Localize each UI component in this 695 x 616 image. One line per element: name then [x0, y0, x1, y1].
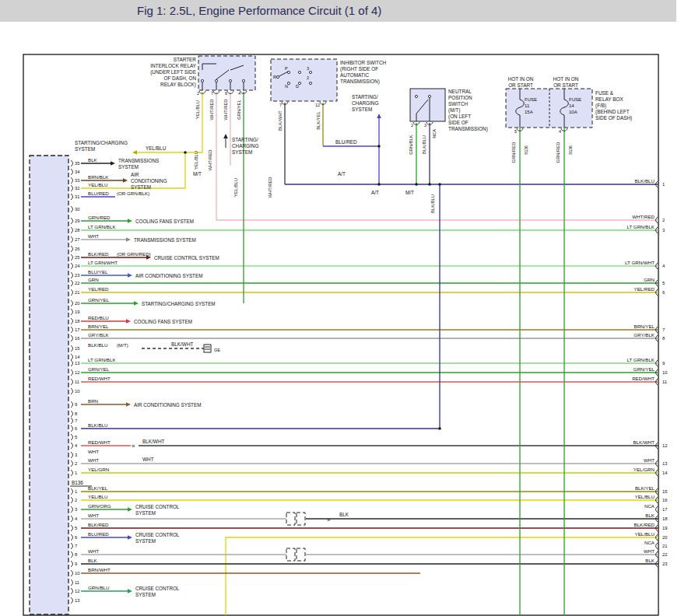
label: SIDE OF DASH): [595, 115, 632, 121]
pin-bracket: [71, 470, 73, 476]
pin-bracket: [71, 525, 73, 531]
wire-color-label: BLK: [88, 558, 98, 563]
label: INHIBITOR SWITCH: [340, 60, 387, 65]
label: TRANSMISSION): [340, 79, 380, 85]
circuit-number: 21: [662, 544, 667, 548]
label: WHT/RED: [223, 99, 228, 120]
label: BLK/WHT: [278, 110, 283, 131]
pin-number: 31: [75, 194, 79, 199]
wire-color-label: NCA: [644, 503, 655, 509]
label: 2: [197, 91, 199, 96]
wire-color-label: WHT: [88, 233, 99, 239]
label: 2: [411, 123, 413, 128]
label: STARTER: [174, 57, 197, 62]
label: STARTING/CHARGING: [75, 140, 128, 145]
label: NEUTRAL: [448, 89, 472, 94]
pin-bracket: [71, 300, 73, 306]
pin-number: 24: [75, 264, 80, 268]
label: HOT IN ON: [553, 76, 579, 82]
circuit-number: 4: [662, 264, 665, 268]
circuit-number: 12: [662, 443, 667, 448]
pin-number: 35: [75, 161, 79, 166]
system-arrow: [111, 161, 115, 166]
label: NCA: [432, 129, 437, 138]
label: 11: [525, 103, 530, 108]
pin-number: 11: [75, 380, 79, 384]
pin-bracket: [71, 354, 73, 360]
label: GE: [214, 348, 220, 352]
pin-bracket: [656, 543, 658, 549]
wire-color-label: BLK/RED: [634, 522, 655, 527]
wire-color-label: YEL/BLU: [88, 494, 107, 499]
label: A/T: [338, 171, 346, 177]
pin-number: 32: [75, 186, 79, 191]
pin-number: 26: [75, 247, 79, 251]
splice-hatch: [205, 347, 210, 349]
circuit-number: 14: [662, 471, 668, 475]
circuit-number: 6: [662, 290, 665, 295]
system-label: SYSTEM: [131, 184, 151, 190]
wire-color-label: LT GRN/BLK: [88, 224, 116, 229]
label: BLK/BLU: [422, 135, 426, 154]
wire-color-label: BLU/RED: [88, 531, 109, 537]
pin-bracket: [71, 497, 73, 503]
pin-number: 13: [75, 361, 79, 366]
label: B136: [568, 145, 573, 155]
circuit-number: 3: [662, 228, 665, 233]
wire-color-label: BRN/BLK: [88, 174, 109, 180]
label: GRN/RED: [556, 142, 560, 163]
label: BLU/RED: [335, 139, 357, 145]
pin-number: 25: [75, 255, 79, 260]
pin-number: 17: [75, 327, 79, 332]
pin-bracket: [71, 327, 73, 333]
wire-color-label: BLK: [645, 513, 655, 518]
pin-number: 27: [75, 237, 79, 242]
label: 12: [315, 103, 320, 107]
pin-bracket: [71, 280, 73, 286]
wire-color-label: LT GRN/WHT: [88, 260, 118, 265]
system-arrow: [126, 402, 131, 407]
inline-connector: [297, 513, 305, 525]
pin-number: 22: [75, 281, 79, 285]
wire-color-label: LT GRN/BLK: [627, 224, 655, 229]
pin-number: 23: [75, 273, 79, 278]
label: FUSE &: [595, 90, 614, 96]
label: SWITCH: [448, 101, 469, 107]
label: POSITION: [448, 95, 472, 100]
circuit-number: 5: [662, 281, 665, 285]
label: M/T: [193, 171, 202, 177]
label: 3: [307, 66, 309, 71]
wire-color-label: GRN/ORG: [88, 503, 111, 509]
pin-bracket: [71, 452, 73, 458]
inline-connector: [286, 513, 295, 525]
label: FUSE: [525, 97, 537, 102]
system-arrow: [223, 134, 228, 138]
label: YEL/BLU: [194, 151, 198, 170]
wire-color-label: YEL/RED: [88, 286, 109, 292]
pin-number: 20: [75, 301, 79, 306]
label: SYSTEM: [352, 107, 372, 112]
wire-color-label: YEL/GRN: [634, 467, 655, 472]
pin-bracket: [71, 160, 73, 166]
pin-bracket: [71, 254, 73, 261]
label: 2: [307, 75, 309, 80]
pin-bracket: [71, 506, 73, 513]
contact-point: [242, 79, 244, 82]
pin-bracket: [71, 543, 73, 549]
wire-color-label: GRY/BLK: [88, 332, 110, 338]
pin-number: 10: [75, 571, 79, 576]
pin-number: 7: [75, 544, 77, 548]
pin-number: 14: [75, 355, 80, 359]
label: (F/B): [595, 103, 606, 109]
label: AUTOMATIC: [340, 72, 369, 78]
circuit-number: 1: [662, 182, 665, 187]
pin-bracket: [71, 401, 73, 408]
label: 4: [238, 91, 240, 96]
pin-bracket: [71, 534, 73, 541]
wire-color-label: GRN/YEL: [88, 297, 110, 303]
inline-connector: [286, 548, 295, 561]
system-arrow: [128, 273, 132, 278]
contact-point: [201, 79, 203, 82]
system-label: SYSTEM: [135, 510, 156, 516]
label: STARTING/: [352, 94, 378, 100]
